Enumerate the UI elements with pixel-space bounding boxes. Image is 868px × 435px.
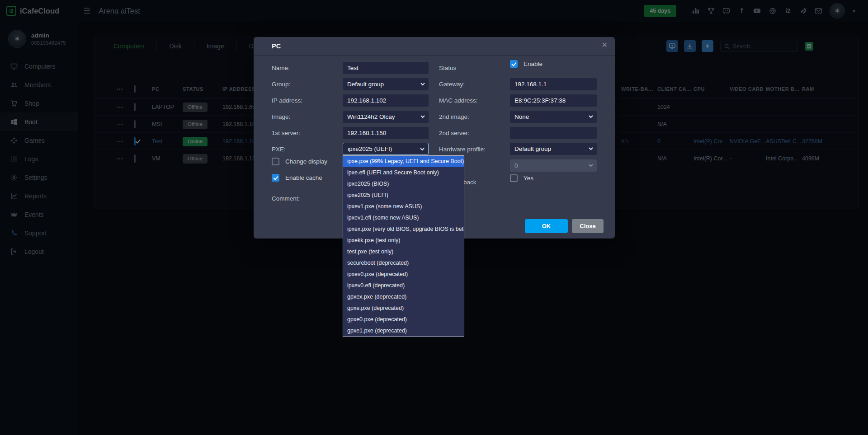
chevron-down-icon [420,82,425,86]
image-select[interactable]: Win1124h2 Olcay [343,111,429,123]
chevron-down-icon [589,147,593,150]
write-back-yes-row: Yes [510,174,533,182]
group-label: Group: [272,81,290,88]
pxe-select[interactable]: ipxe2025 (UEFI) [343,143,429,155]
image-label: Image: [272,113,290,120]
enable-cache-checkbox[interactable] [272,174,279,182]
chevron-down-icon [589,115,593,118]
pxe-option[interactable]: secureboot (deprecated) [343,257,464,269]
pxe-option[interactable]: gpxex.pxe (deprecated) [343,291,464,303]
write-back-yes-checkbox[interactable] [510,174,518,182]
chevron-down-icon [420,147,425,151]
gateway-label: Gateway: [439,81,465,88]
first-server-field[interactable] [343,127,429,139]
pxe-option[interactable]: ipxex.pxe (very old BIOS, upgrade BIOS i… [343,224,464,235]
name-label: Name: [272,65,290,71]
status-enable-checkbox[interactable] [510,60,518,68]
pxe-option[interactable]: ipxe2025 (BIOS) [343,178,464,190]
modal-close-button[interactable]: Close [572,219,604,233]
ok-button[interactable]: OK [525,219,568,233]
group-select[interactable]: Default group [343,78,429,90]
enable-cache-label: Enable cache [285,174,322,181]
modal-header-divider [254,55,615,56]
status-enable-row: Enable [510,60,542,68]
ip-address-label: IP address: [272,97,302,104]
second-image-select[interactable]: None [510,111,597,123]
chevron-down-icon [589,164,593,167]
change-display-label: Change display [285,158,327,165]
gateway-field[interactable] [510,78,597,90]
pxe-option[interactable]: ipxe.efi (UEFI and Secure Boot only) [343,167,464,178]
hardware-profile-select[interactable]: Default group [510,143,597,155]
pxe-option[interactable]: ipxev1.pxe (some new ASUS) [343,201,464,212]
change-display-row: Change display [272,158,327,165]
mac-address-label: MAC address: [439,97,478,104]
pxe-option[interactable]: test.pxe (test only) [343,246,464,257]
second-server-field[interactable] [510,127,597,139]
second-image-label: 2nd image: [439,113,469,120]
pxe-dropdown-list: ipxe.pxe (99% Legacy, UEFI and Secure Bo… [343,155,464,337]
first-server-label: 1st server: [272,130,300,136]
pxe-option[interactable]: gpxe1.pxe (deprecated) [343,325,464,337]
status-label: Status [439,65,456,71]
pxe-option[interactable]: ipxe.pxe (99% Legacy, UEFI and Secure Bo… [343,156,464,167]
second-server-label: 2nd server: [439,130,470,136]
hardware-profile-label: Hardware profile: [439,146,486,153]
pxe-option[interactable]: ipxe2025 (UEFI) [343,190,464,201]
status-enable-label: Enable [524,61,542,67]
pxe-option[interactable]: gpxe.pxe (deprecated) [343,303,464,314]
pxe-option[interactable]: ipxev1.efi (some new ASUS) [343,212,464,224]
pxe-option[interactable]: ipxev0.pxe (deprecated) [343,269,464,280]
close-icon[interactable]: ✕ [602,41,608,49]
pxe-label: PXE: [272,146,286,153]
change-display-checkbox[interactable] [272,158,279,165]
enable-cache-row: Enable cache [272,174,322,182]
disabled-number-select: 0 [510,159,597,172]
chevron-down-icon [420,115,425,118]
pxe-option[interactable]: ipxev0.efi (deprecated) [343,280,464,291]
comment-label: Comment: [272,195,300,202]
pxe-option[interactable]: ipxekk.pxe (test only) [343,235,464,246]
modal-title: PC [272,42,281,50]
ip-address-field[interactable] [343,94,429,107]
pxe-option[interactable]: gpxe0.pxe (deprecated) [343,314,464,325]
write-back-label-fragment: back [463,179,476,186]
write-back-yes-label: Yes [524,175,533,182]
name-field[interactable] [343,62,429,74]
mac-address-field[interactable] [510,94,597,107]
